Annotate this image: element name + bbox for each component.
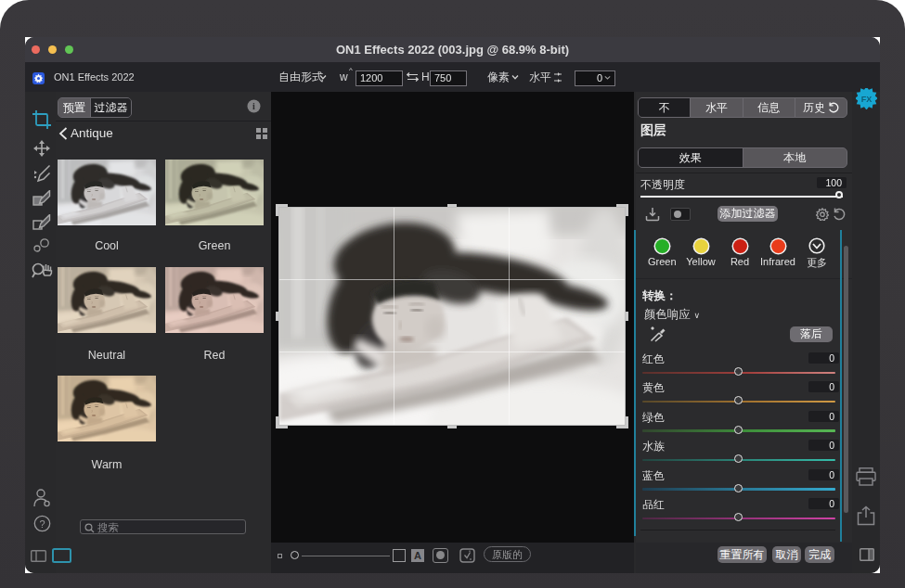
svg-text:?: ? [39,518,45,530]
svg-text:FX: FX [861,95,873,104]
svg-text:i: i [252,101,255,111]
